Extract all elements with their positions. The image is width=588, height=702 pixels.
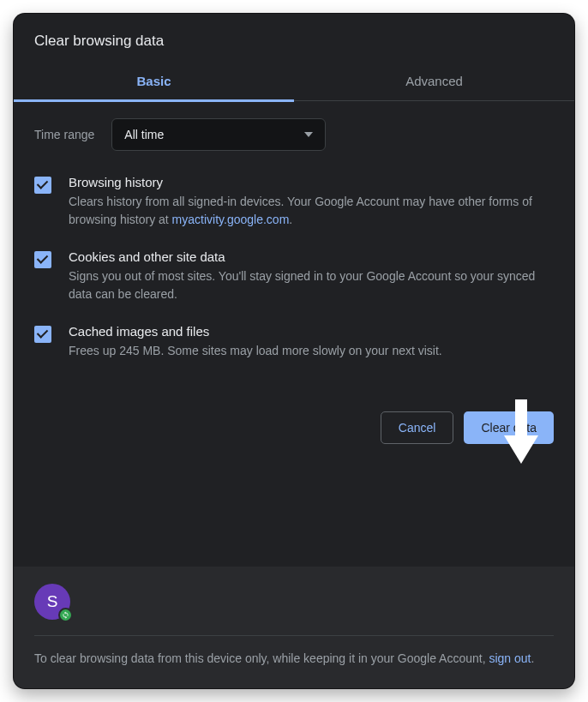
sign-out-link[interactable]: sign out [489, 651, 531, 665]
option-title: Cookies and other site data [69, 249, 554, 264]
option-cookies: Cookies and other site data Signs you ou… [34, 249, 554, 303]
option-cache: Cached images and files Frees up 245 MB.… [34, 324, 554, 360]
option-desc: Signs you out of most sites. You'll stay… [69, 267, 554, 303]
option-browsing-history: Browsing history Clears history from all… [34, 175, 554, 229]
tab-advanced[interactable]: Advanced [294, 62, 574, 100]
option-title: Cached images and files [69, 324, 554, 339]
dialog-footer: S To clear browsing data from this devic… [14, 567, 574, 688]
clear-browsing-data-dialog: Clear browsing data Basic Advanced Time … [13, 13, 575, 689]
sync-icon [58, 608, 73, 622]
checkbox-cache[interactable] [34, 326, 51, 343]
time-range-select[interactable]: All time [111, 118, 326, 151]
chevron-down-icon [304, 132, 313, 137]
cancel-button[interactable]: Cancel [381, 411, 454, 444]
option-title: Browsing history [69, 175, 554, 189]
time-range-value: All time [124, 128, 164, 141]
tabs: Basic Advanced [14, 62, 574, 101]
option-desc: Frees up 245 MB. Some sites may load mor… [69, 342, 554, 360]
checkbox-cookies[interactable] [34, 251, 51, 268]
dialog-buttons: Cancel Clear data [14, 411, 574, 461]
footer-text: To clear browsing data from this device … [34, 650, 554, 668]
tab-basic[interactable]: Basic [14, 62, 294, 100]
dialog-content: Time range All time Browsing history Cle… [14, 101, 574, 381]
avatar[interactable]: S [34, 584, 70, 620]
avatar-row: S [34, 584, 554, 620]
clear-data-button[interactable]: Clear data [464, 411, 554, 444]
checkbox-browsing-history[interactable] [34, 177, 51, 194]
dialog-title: Clear browsing data [14, 14, 574, 62]
time-range-label: Time range [34, 128, 94, 141]
time-range-row: Time range All time [34, 118, 554, 151]
option-desc: Clears history from all signed-in device… [69, 193, 554, 229]
footer-divider [34, 635, 554, 636]
myactivity-link[interactable]: myactivity.google.com [172, 213, 290, 226]
